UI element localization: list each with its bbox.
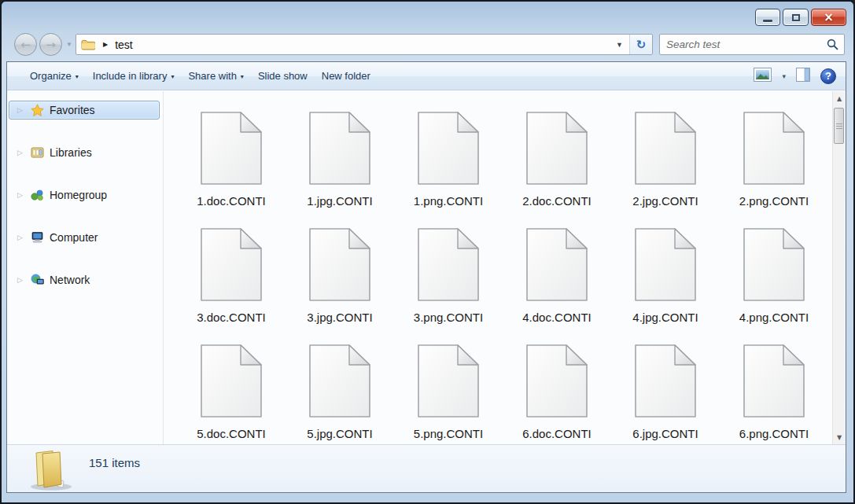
sidebar-item-label: Computer [50, 231, 98, 244]
expander-icon[interactable]: ▷ [17, 234, 25, 241]
address-dropdown-button[interactable]: ▼ [610, 35, 629, 54]
sidebar-item-label: Libraries [50, 146, 92, 159]
file-item[interactable]: 1.jpg.CONTI [286, 98, 394, 215]
file-item[interactable]: 2.jpg.CONTI [611, 98, 720, 215]
explorer-window: × ← → ▼ ▶ test ▼ ↻ [0, 0, 855, 504]
scroll-up-button[interactable]: ▲ [833, 92, 846, 105]
file-item[interactable]: 1.doc.CONTI [177, 98, 286, 215]
file-item[interactable]: 5.png.CONTI [394, 331, 503, 444]
chevron-down-icon: ▾ [171, 73, 174, 80]
file-label: 2.doc.CONTI [522, 194, 591, 208]
document-icon [200, 111, 263, 186]
sidebar-item-computer[interactable]: ▷ Computer [9, 228, 160, 247]
file-label: 1.doc.CONTI [197, 194, 266, 208]
minimize-icon [763, 20, 772, 22]
libraries-icon [31, 146, 44, 159]
expander-icon[interactable]: ▷ [17, 106, 25, 114]
scrollbar-thumb[interactable] [834, 108, 844, 144]
back-button[interactable]: ← [14, 33, 37, 56]
file-label: 2.jpg.CONTI [632, 194, 698, 208]
slide-show-button[interactable]: Slide show [251, 67, 315, 85]
file-item[interactable]: 5.doc.CONTI [177, 331, 286, 444]
document-icon [743, 344, 805, 418]
file-item[interactable]: 2.doc.CONTI [503, 98, 611, 215]
refresh-button[interactable]: ↻ [630, 35, 652, 54]
breadcrumb-folder[interactable]: test [115, 39, 133, 51]
minimize-button[interactable] [755, 9, 780, 26]
file-item[interactable]: 6.png.CONTI [720, 331, 828, 444]
file-item[interactable]: 5.jpg.CONTI [286, 331, 394, 444]
document-icon [417, 111, 480, 186]
file-item[interactable]: 4.jpg.CONTI [611, 215, 720, 331]
share-with-button[interactable]: Share with ▾ [181, 67, 250, 85]
new-folder-button[interactable]: New folder [315, 67, 378, 85]
document-icon [634, 344, 697, 418]
include-in-library-button[interactable]: Include in library ▾ [86, 67, 182, 85]
file-item[interactable]: 3.doc.CONTI [177, 215, 286, 331]
file-label: 4.png.CONTI [739, 311, 809, 324]
file-item[interactable]: 2.png.CONTI [720, 98, 828, 215]
maximize-button[interactable] [783, 9, 809, 26]
file-label: 1.jpg.CONTI [307, 194, 372, 208]
forward-arrow-icon: → [46, 38, 56, 52]
file-label: 6.png.CONTI [739, 427, 809, 440]
search-input[interactable] [660, 39, 827, 50]
sidebar-item-favorites[interactable]: ▷ Favorites [9, 101, 160, 120]
organize-button[interactable]: Organize ▾ [23, 67, 86, 85]
sidebar-item-libraries[interactable]: ▷ Libraries [9, 143, 160, 162]
file-label: 3.jpg.CONTI [307, 311, 372, 324]
sidebar-item-homegroup[interactable]: ▷ Homegroup [9, 186, 160, 204]
close-icon: × [824, 12, 834, 24]
share-with-label: Share with [188, 70, 236, 82]
star-icon [31, 104, 44, 116]
vertical-scrollbar[interactable]: ▲ ▼ [832, 91, 846, 444]
close-button[interactable]: × [811, 9, 846, 26]
document-icon [525, 111, 588, 186]
preview-pane-icon[interactable] [796, 68, 810, 85]
organize-label: Organize [30, 70, 72, 82]
expander-icon[interactable]: ▷ [17, 149, 25, 156]
document-icon [200, 227, 263, 302]
document-icon [417, 227, 480, 302]
file-item[interactable]: 4.png.CONTI [720, 215, 828, 331]
document-icon [743, 227, 805, 302]
sidebar-item-network[interactable]: ▷ Network [9, 270, 160, 289]
chevron-down-icon: ▾ [241, 73, 244, 80]
scroll-down-button[interactable]: ▼ [833, 431, 846, 443]
address-bar[interactable]: ▶ test ▼ ↻ [76, 34, 653, 55]
new-folder-label: New folder [322, 70, 370, 82]
items-count: 151 items [89, 456, 140, 469]
file-label: 6.jpg.CONTI [632, 427, 698, 440]
document-icon [308, 344, 371, 418]
chevron-down-icon: ▾ [76, 73, 79, 80]
folder-icon [24, 447, 75, 495]
file-item[interactable]: 3.png.CONTI [394, 215, 503, 331]
expander-icon[interactable]: ▷ [17, 276, 25, 284]
file-label: 5.jpg.CONTI [307, 427, 372, 440]
navigation-pane: ▷ Favorites ▷ [7, 91, 164, 444]
document-icon [743, 111, 805, 186]
expander-icon[interactable]: ▷ [17, 191, 25, 199]
history-dropdown-button[interactable]: ▼ [66, 41, 72, 48]
folder-icon [81, 39, 95, 50]
forward-button[interactable]: → [39, 33, 62, 56]
file-label: 3.png.CONTI [414, 311, 483, 324]
file-item[interactable]: 4.doc.CONTI [503, 215, 611, 331]
file-label: 4.jpg.CONTI [632, 311, 698, 324]
file-item[interactable]: 6.jpg.CONTI [611, 331, 720, 444]
document-icon [200, 344, 263, 418]
file-label: 2.png.CONTI [739, 194, 809, 208]
file-item[interactable]: 3.jpg.CONTI [286, 215, 394, 331]
document-icon [308, 111, 371, 186]
file-label: 3.doc.CONTI [197, 311, 266, 324]
file-item[interactable]: 1.png.CONTI [394, 98, 503, 215]
maximize-icon [792, 14, 800, 21]
views-dropdown-icon[interactable]: ▾ [782, 72, 786, 80]
help-icon[interactable]: ? [820, 68, 836, 84]
sidebar-item-label: Network [50, 274, 90, 286]
file-label: 1.png.CONTI [414, 194, 483, 208]
views-icon[interactable] [754, 68, 772, 85]
command-bar: Organize ▾ Include in library ▾ Share wi… [7, 62, 846, 90]
computer-icon [31, 231, 44, 244]
file-item[interactable]: 6.doc.CONTI [503, 331, 611, 444]
